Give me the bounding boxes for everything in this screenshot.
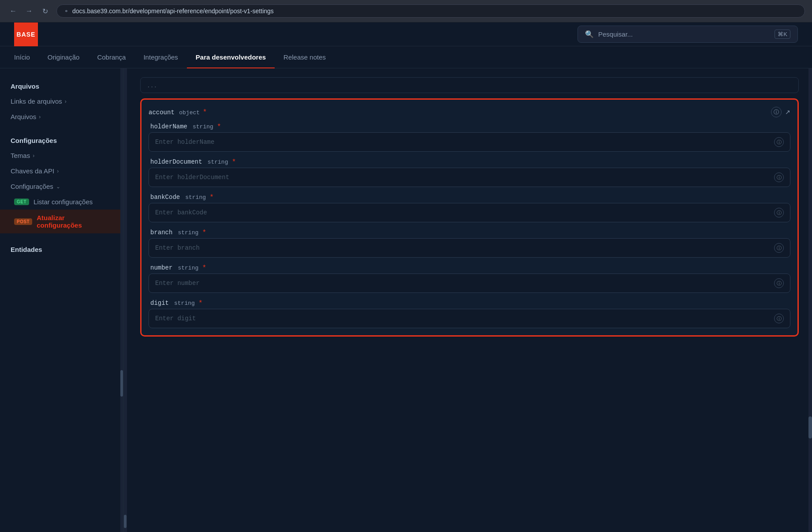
info-icon-digit[interactable]: ⓘ	[774, 314, 784, 323]
scrollbar-track	[120, 68, 123, 532]
middle-divider	[123, 68, 127, 532]
address-bar[interactable]: ⚬ docs.base39.com.br/development/api-ref…	[56, 4, 805, 18]
top-nav-area: BASE 🔍 Pesquisar... ⌘K	[0, 22, 812, 46]
chevron-icon: ›	[39, 114, 41, 120]
required-star-3: *	[210, 193, 213, 201]
field-type-digit: string	[174, 300, 195, 307]
sidebar-item-links-de-arquivos[interactable]: Links de arquivos ›	[0, 94, 123, 109]
required-star-4: *	[203, 229, 205, 236]
input-holderDocument[interactable]: Enter holderDocument ⓘ	[149, 168, 790, 187]
refresh-button[interactable]: ↻	[39, 5, 51, 17]
required-indicator: *	[204, 108, 206, 116]
url-text: docs.base39.com.br/development/api-refer…	[72, 7, 274, 15]
layout: Arquivos Links de arquivos › Arquivos › …	[0, 68, 812, 532]
placeholder-bankCode: Enter bankCode	[155, 209, 207, 216]
input-digit[interactable]: Enter digit ⓘ	[149, 309, 790, 328]
partial-top-element: ...	[140, 77, 799, 93]
partial-content: ...	[147, 82, 157, 89]
input-bankCode[interactable]: Enter bankCode ⓘ	[149, 203, 790, 222]
sidebar-item-chaves-da-api[interactable]: Chaves da API ›	[0, 163, 123, 179]
placeholder-branch: Enter branch	[155, 244, 200, 251]
placeholder-digit: Enter digit	[155, 315, 196, 322]
field-group-holderDocument: holderDocument string * Enter holderDocu…	[149, 158, 790, 187]
sidebar-label: Links de arquivos	[11, 97, 62, 105]
section-title-entidades: Entidades	[0, 242, 123, 257]
required-star-6: *	[199, 299, 202, 307]
input-holderName[interactable]: Enter holderName ⓘ	[149, 132, 790, 152]
field-group-digit: digit string * Enter digit ⓘ	[149, 299, 790, 328]
field-group-holderName: holderName string * Enter holderName ⓘ	[149, 123, 790, 152]
search-shortcut: ⌘K	[775, 30, 790, 39]
right-scrollbar-thumb[interactable]	[808, 416, 812, 438]
field-name-bankCode: bankCode	[150, 194, 180, 201]
account-label: account	[149, 109, 175, 116]
placeholder-holderName: Enter holderName	[155, 139, 214, 146]
field-type-bankCode: string	[185, 194, 206, 201]
account-object-box: account object * ⓘ ↗ holderName string *	[140, 98, 799, 337]
field-name-holderName: holderName	[150, 123, 187, 130]
sidebar-divider-2	[0, 233, 123, 240]
account-type: object	[179, 109, 200, 116]
field-type-branch: string	[178, 229, 198, 236]
chevron-down-icon: ⌄	[56, 184, 60, 190]
info-icon-bankCode[interactable]: ⓘ	[774, 208, 784, 217]
search-icon: 🔍	[585, 30, 594, 38]
account-field-label: account object *	[149, 108, 206, 116]
chevron-icon: ›	[65, 98, 67, 105]
field-group-bankCode: bankCode string * Enter bankCode ⓘ	[149, 193, 790, 222]
site-icon: ⚬	[64, 8, 69, 15]
main-navigation: Início Originação Cobrança Integrações P…	[0, 46, 812, 68]
info-icon-button[interactable]: ⓘ	[771, 107, 782, 117]
sidebar-item-atualizar-configuracoes[interactable]: POST Atualizarconfigurações	[0, 210, 123, 233]
info-icon-number[interactable]: ⓘ	[774, 278, 784, 288]
sidebar-label: Listar configurações	[34, 198, 93, 206]
search-bar[interactable]: 🔍 Pesquisar... ⌘K	[577, 26, 798, 43]
scrollbar-thumb[interactable]	[120, 370, 123, 397]
field-name-branch: branch	[150, 229, 172, 236]
sidebar-active-label: Atualizarconfigurações	[37, 214, 82, 229]
field-type-holderName: string	[193, 124, 213, 130]
field-name-holderDocument: holderDocument	[150, 158, 202, 165]
back-button[interactable]: ←	[7, 5, 19, 17]
forward-button[interactable]: →	[23, 5, 35, 17]
sidebar-item-listar-configuracoes[interactable]: GET Listar configurações	[0, 194, 123, 210]
browser-nav: ← → ↻	[7, 5, 51, 17]
field-type-holderDocument: string	[208, 159, 228, 165]
logo: BASE	[14, 22, 38, 46]
required-star-5: *	[203, 264, 205, 272]
sidebar-item-arquivos[interactable]: Arquivos ›	[0, 109, 123, 124]
logo-text: BASE	[17, 31, 36, 38]
right-scrollbar-track	[808, 68, 812, 532]
sidebar: Arquivos Links de arquivos › Arquivos › …	[0, 68, 123, 532]
sidebar-label: Configurações	[11, 183, 53, 190]
sidebar-item-temas[interactable]: Temas ›	[0, 148, 123, 163]
sidebar-item-configuracoes-dropdown[interactable]: Configurações ⌄	[0, 179, 123, 194]
input-branch[interactable]: Enter branch ⓘ	[149, 238, 790, 258]
sidebar-label: Arquivos	[11, 113, 36, 120]
chevron-icon: ›	[33, 153, 34, 159]
placeholder-number: Enter number	[155, 280, 200, 287]
field-name-number: number	[150, 264, 172, 271]
required-star-2: *	[232, 158, 235, 166]
input-number[interactable]: Enter number ⓘ	[149, 273, 790, 293]
scroll-thumb-mid	[124, 515, 127, 528]
nav-item-inicio[interactable]: Início	[14, 46, 39, 68]
nav-item-release-notes[interactable]: Release notes	[275, 46, 335, 68]
required-star: *	[218, 123, 220, 131]
info-icon-branch[interactable]: ⓘ	[774, 243, 784, 253]
nav-item-integracoes[interactable]: Integrações	[134, 46, 186, 68]
nav-item-cobranca[interactable]: Cobrança	[88, 46, 134, 68]
info-icon-holderDocument[interactable]: ⓘ	[774, 172, 784, 182]
post-badge: POST	[14, 218, 32, 225]
nav-item-originacao[interactable]: Originação	[39, 46, 89, 68]
info-icon-holderName[interactable]: ⓘ	[774, 137, 784, 147]
sidebar-label: Chaves da API	[11, 167, 54, 175]
nav-item-para-desenvolvedores[interactable]: Para desenvolvedores	[187, 46, 275, 68]
account-box-header: account object * ⓘ ↗	[149, 107, 790, 117]
chevron-icon: ›	[57, 168, 59, 174]
field-group-branch: branch string * Enter branch ⓘ	[149, 229, 790, 258]
field-group-number: number string * Enter number ⓘ	[149, 264, 790, 293]
expand-icon[interactable]: ↗	[785, 109, 790, 116]
sidebar-divider	[0, 124, 123, 131]
sidebar-label: Temas	[11, 152, 30, 159]
